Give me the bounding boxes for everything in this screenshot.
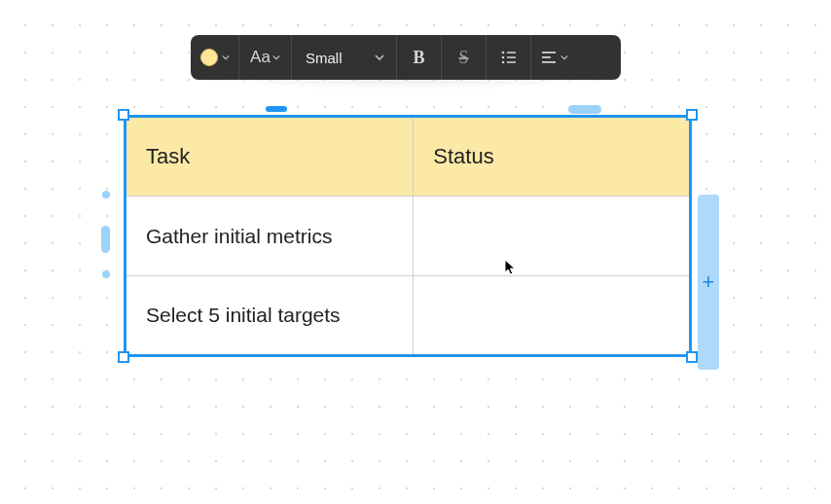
header-cell-task[interactable]: Task — [126, 117, 414, 197]
row-resize-indicator[interactable] — [101, 226, 110, 253]
svg-rect-6 — [542, 52, 556, 54]
row-handle-dot[interactable] — [102, 191, 110, 198]
bullet-list-icon — [500, 49, 518, 66]
selection-handle-bottom-right[interactable] — [686, 351, 698, 363]
cell-task[interactable]: Select 5 initial targets — [126, 276, 414, 356]
font-size-label: Small — [306, 50, 343, 66]
svg-point-4 — [501, 61, 504, 64]
strikethrough-button[interactable]: S — [442, 35, 487, 80]
cell-status[interactable] — [414, 197, 691, 276]
formatting-toolbar: Aa Small B S — [191, 35, 621, 80]
color-swatch-icon — [200, 49, 218, 66]
cell-text: Select 5 initial targets — [146, 304, 341, 326]
table-header-row: Task Status — [126, 117, 691, 197]
row-handle-dot[interactable] — [102, 270, 110, 278]
font-size-picker[interactable]: Small — [292, 35, 397, 80]
selection-handle-top-right[interactable] — [686, 109, 698, 121]
task-table[interactable]: Task Status Gather initial metrics Selec… — [124, 115, 692, 357]
cell-status[interactable] — [414, 276, 691, 356]
strikethrough-icon: S — [458, 48, 468, 68]
svg-rect-5 — [507, 61, 516, 63]
chevron-down-icon — [375, 53, 384, 62]
bold-button[interactable]: B — [397, 35, 442, 80]
svg-point-0 — [501, 52, 504, 54]
font-style-picker[interactable]: Aa — [239, 35, 292, 80]
align-picker[interactable] — [531, 35, 576, 80]
bullet-list-button[interactable] — [487, 35, 531, 80]
column-resize-indicator[interactable] — [266, 106, 287, 112]
header-label: Status — [433, 144, 493, 168]
chevron-down-icon — [272, 54, 280, 61]
toolbar-body: Aa Small B S — [191, 35, 621, 80]
header-label: Task — [146, 144, 190, 168]
table-row: Gather initial metrics — [126, 197, 691, 276]
svg-rect-8 — [542, 61, 556, 63]
add-column-button[interactable]: + — [698, 195, 719, 370]
table-selection-frame[interactable]: Task Status Gather initial metrics Selec… — [124, 115, 692, 357]
chevron-down-icon — [560, 54, 568, 61]
header-cell-status[interactable]: Status — [414, 117, 691, 197]
svg-rect-7 — [542, 56, 551, 58]
svg-point-2 — [501, 56, 504, 59]
svg-rect-3 — [507, 56, 516, 58]
cell-task[interactable]: Gather initial metrics — [126, 197, 414, 276]
column-resize-indicator[interactable] — [568, 105, 601, 114]
align-left-icon — [540, 49, 558, 66]
font-style-label: Aa — [250, 48, 271, 67]
bold-icon: B — [413, 48, 424, 68]
selection-handle-bottom-left[interactable] — [118, 351, 129, 363]
chevron-down-icon — [222, 54, 230, 61]
plus-icon: + — [703, 271, 715, 293]
svg-rect-1 — [507, 52, 516, 54]
selection-handle-top-left[interactable] — [118, 109, 129, 121]
table-row: Select 5 initial targets — [126, 276, 691, 356]
cell-text: Gather initial metrics — [146, 225, 332, 247]
fill-color-picker[interactable] — [191, 35, 239, 80]
